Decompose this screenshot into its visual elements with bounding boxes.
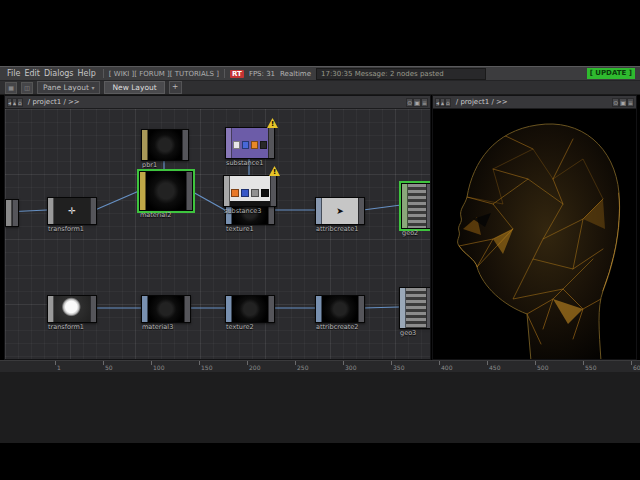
node-texture2[interactable]: texture2	[225, 295, 275, 323]
node-flag-strip-right[interactable]	[268, 128, 274, 158]
network-path-breadcrumb[interactable]: / project1 / >>	[25, 98, 83, 106]
ruler-tick-label: 600	[633, 364, 640, 371]
node-label: texture1	[226, 225, 254, 233]
menu-divider	[103, 69, 104, 78]
node-substance1[interactable]: !substance1	[225, 127, 275, 159]
node-wire[interactable]	[191, 191, 225, 210]
node-label: substance3	[224, 207, 261, 215]
pane-nav-icon[interactable]: ⌂	[445, 98, 451, 107]
fps-readout: FPS: 31	[249, 70, 275, 78]
warning-icon: !	[269, 166, 280, 176]
node-edge1[interactable]	[5, 199, 19, 227]
node-wire[interactable]	[363, 205, 401, 210]
rt-toggle[interactable]: RT	[230, 70, 244, 78]
chevron-down-icon: ▾	[91, 84, 94, 91]
menu-bar: FileEditDialogsHelp [ WIKI ][ FORUM ][ T…	[0, 66, 640, 81]
ruler-tick-label: 1	[57, 364, 61, 371]
node-transform1b[interactable]: transform1	[47, 295, 97, 323]
pane-nav-icon[interactable]: ⌂	[17, 98, 23, 107]
pane-option-icon[interactable]: ▣	[619, 98, 627, 107]
tab-new-layout[interactable]: New Layout	[104, 81, 164, 94]
node-wire[interactable]	[363, 307, 399, 308]
add-layout-button[interactable]: +	[169, 81, 182, 94]
menu-item[interactable]: Edit	[22, 69, 42, 78]
menu-link[interactable]: [ TUTORIALS ]	[170, 70, 219, 78]
preview-swatch	[251, 189, 259, 197]
warning-icon: !	[267, 118, 278, 128]
node-flag-strip-right[interactable]	[358, 198, 364, 224]
viewer-path-breadcrumb[interactable]: / project1 / >>	[453, 98, 511, 106]
realtime-toggle-label[interactable]: Realtime	[280, 70, 311, 78]
preview-swatch	[242, 141, 249, 149]
node-flag-strip-right[interactable]	[184, 296, 190, 322]
node-label: geo3	[400, 329, 416, 337]
node-label: pbr1	[142, 161, 157, 169]
node-flag-strip-right[interactable]	[426, 184, 430, 228]
ruler-tick-label: 50	[105, 364, 113, 371]
viewer-header-right-icons: ⊙▣≡	[612, 98, 634, 107]
node-label: material2	[140, 211, 171, 219]
node-flag-strip-right[interactable]	[90, 296, 96, 322]
node-preview: ➤	[322, 198, 358, 224]
menu-item[interactable]: File	[5, 69, 22, 78]
node-wire[interactable]	[95, 191, 139, 210]
menu-divider	[224, 69, 225, 78]
ruler-tick-label: 450	[489, 364, 500, 371]
update-button[interactable]: [ UPDATE ]	[587, 68, 635, 79]
node-preview	[406, 288, 426, 328]
node-preview	[232, 296, 268, 322]
pane-option-icon[interactable]: ≡	[627, 98, 634, 107]
viewer-pane-header: ◂▴⌂ / project1 / >> ⊙▣≡	[433, 96, 636, 109]
network-canvas[interactable]: pbr1!substance1texture1material2!substan…	[5, 109, 430, 359]
node-label: material3	[142, 323, 173, 331]
grid-layout-icon[interactable]: ▦	[5, 82, 17, 94]
node-geo3[interactable]: geo3	[399, 287, 430, 329]
layout-bar: ▦ ◫ Pane Layout ▾ New Layout +	[0, 81, 640, 95]
node-attribcreate1[interactable]: ➤attribcreate1	[315, 197, 365, 225]
pane-layout-dropdown[interactable]: Pane Layout ▾	[37, 81, 100, 94]
node-preview	[230, 176, 270, 206]
node-transform1[interactable]: ✛transform1	[47, 197, 97, 225]
preview-swatch	[251, 141, 258, 149]
node-flag-strip-right[interactable]	[270, 176, 276, 206]
node-preview	[54, 296, 90, 322]
menu-item[interactable]: Help	[76, 69, 98, 78]
menu-items: FileEditDialogsHelp	[5, 69, 98, 78]
node-flag-strip-right[interactable]	[358, 296, 364, 322]
node-flag-strip-right[interactable]	[186, 172, 192, 210]
pane-option-icon[interactable]: ▣	[413, 98, 421, 107]
node-substance3[interactable]: !substance3	[223, 175, 277, 207]
node-flag-strip-right[interactable]	[182, 130, 188, 160]
pane-option-icon[interactable]: ≡	[421, 98, 428, 107]
node-label: attribcreate1	[316, 225, 358, 233]
split-layout-icon[interactable]: ◫	[21, 82, 33, 94]
node-geo2[interactable]: geo2	[401, 183, 430, 229]
node-label: geo2	[402, 229, 418, 237]
node-pbr1[interactable]: pbr1	[141, 129, 189, 161]
app-window: FileEditDialogsHelp [ WIKI ][ FORUM ][ T…	[0, 0, 640, 480]
ruler-tick-label: 550	[585, 364, 596, 371]
node-preview	[148, 130, 182, 160]
viewer-viewport[interactable]	[433, 109, 636, 359]
preview-swatch	[231, 189, 239, 197]
node-material2[interactable]: material2	[139, 171, 193, 211]
node-material3[interactable]: material3	[141, 295, 191, 323]
ruler-tick-label: 400	[441, 364, 452, 371]
node-attribcreate2[interactable]: attribcreate2	[315, 295, 365, 323]
ruler-tick-label: 350	[393, 364, 404, 371]
node-preview: ✛	[54, 198, 90, 224]
node-preview	[146, 172, 186, 210]
node-flag-strip-right[interactable]	[426, 288, 430, 328]
node-flag-strip-right[interactable]	[268, 296, 274, 322]
node-flag-strip-right[interactable]	[12, 200, 18, 226]
ruler-tick-label: 250	[297, 364, 308, 371]
menu-item[interactable]: Dialogs	[42, 69, 76, 78]
node-flag-strip-right[interactable]	[90, 198, 96, 224]
menu-link[interactable]: [ WIKI ]	[109, 70, 135, 78]
menu-links: [ WIKI ][ FORUM ][ TUTORIALS ]	[109, 69, 219, 78]
node-label: attribcreate2	[316, 323, 358, 331]
menu-link[interactable]: [ FORUM ]	[134, 70, 169, 78]
node-preview	[148, 296, 184, 322]
ruler-tick-label: 200	[249, 364, 260, 371]
timeline-track	[0, 372, 640, 444]
